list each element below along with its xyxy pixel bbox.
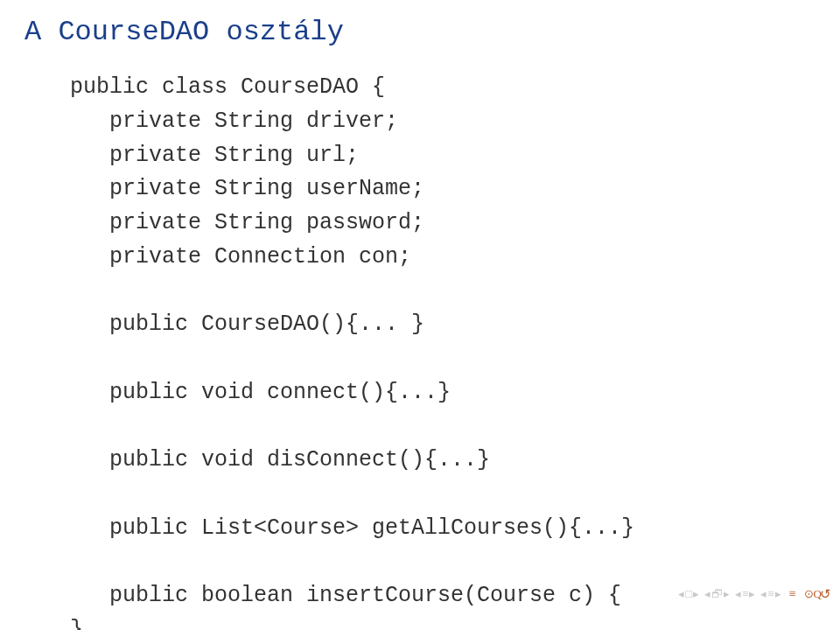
code-line: private Connection con; [70, 244, 411, 270]
nav-controls: ◂ □ ▸ ◂ 🗗 ▸ ◂ ≡ ▸ ◂ ≡ ▸ ≡ ⊙ Q ↺ [678, 586, 831, 602]
code-line: public List<Course> getAllCourses(){...} [70, 515, 634, 541]
nav-frame-icon: 🗗 [711, 587, 723, 601]
nav-target-icon[interactable]: ⊙ [804, 587, 814, 601]
nav-zoom-group: ⊙ Q ↺ [804, 586, 831, 602]
nav-bar-icon: ≡ [789, 587, 796, 601]
nav-subsection-group: ◂ ≡ ▸ [735, 587, 755, 601]
slide-title: A CourseDAO osztály [0, 0, 840, 57]
code-line: private String url; [70, 143, 359, 168]
nav-next-slide-icon[interactable]: ▸ [693, 587, 699, 601]
nav-prev-sec-icon[interactable]: ◂ [760, 587, 766, 601]
code-line: public void connect(){...} [70, 380, 451, 405]
nav-loop-icon[interactable]: ↺ [820, 586, 831, 602]
nav-section-group: ◂ ≡ ▸ [760, 587, 780, 601]
code-line: private String password; [70, 210, 424, 235]
code-line: public boolean insertCourse(Course c) { [70, 583, 621, 608]
code-line: public void disConnect(){...} [70, 447, 490, 472]
nav-next-sub-icon[interactable]: ▸ [749, 587, 755, 601]
nav-slide-icon: □ [685, 587, 692, 601]
nav-next-sec-icon[interactable]: ▸ [775, 587, 781, 601]
code-line: public class CourseDAO { [70, 74, 385, 100]
code-line: private String userName; [70, 176, 424, 201]
nav-prev-sub-icon[interactable]: ◂ [735, 587, 741, 601]
nav-sub-icon: ≡ [742, 587, 748, 601]
nav-sec-icon: ≡ [767, 587, 774, 601]
nav-next-frame-icon[interactable]: ▸ [724, 587, 730, 601]
slide: A CourseDAO osztály public class CourseD… [0, 0, 840, 630]
nav-prev-frame-icon[interactable]: ◂ [704, 587, 710, 601]
code-line: public CourseDAO(){... } [70, 312, 424, 337]
code-block: public class CourseDAO { private String … [0, 57, 840, 630]
code-line: private String driver; [70, 108, 398, 134]
code-line: } [70, 617, 83, 630]
nav-slide-group: ◂ □ ▸ [678, 587, 699, 601]
nav-frame-group: ◂ 🗗 ▸ [704, 587, 730, 601]
nav-prev-slide-icon[interactable]: ◂ [678, 587, 684, 601]
